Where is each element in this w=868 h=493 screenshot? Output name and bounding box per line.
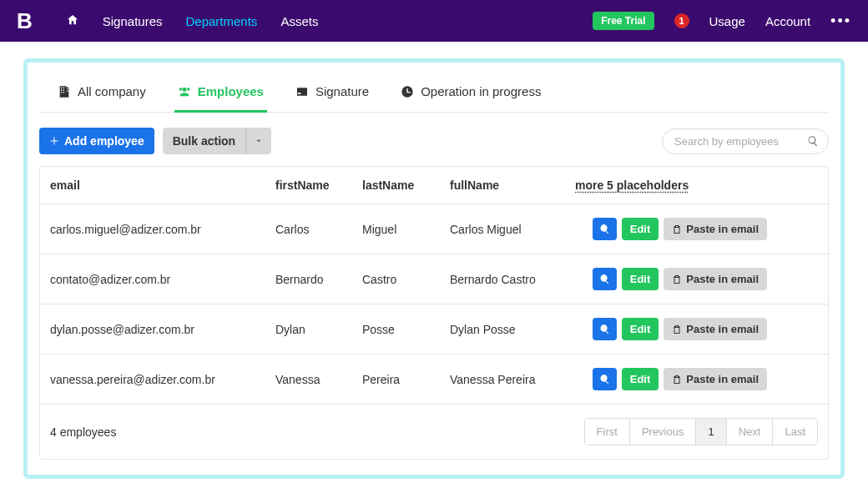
cell-fullname: Dylan Posse (450, 323, 575, 336)
cell-email: contato@adizer.com.br (50, 273, 275, 286)
table-row: vanessa.pereira@adizer.com.br Vanessa Pe… (40, 355, 828, 405)
bulk-action-button[interactable]: Bulk action (163, 128, 245, 154)
search-icon (807, 135, 819, 147)
cell-lastname: Miguel (362, 223, 450, 236)
col-fullname: fullName (450, 179, 575, 192)
paste-button[interactable]: Paste in email (664, 318, 767, 340)
table-row: dylan.posse@adizer.com.br Dylan Posse Dy… (40, 304, 828, 355)
button-label: Paste in email (686, 323, 759, 335)
col-firstname: firstName (275, 179, 362, 192)
paste-icon (672, 324, 682, 335)
nav-departments[interactable]: Departments (186, 14, 258, 28)
paste-icon (672, 375, 682, 385)
tab-label: Operation in progress (421, 84, 541, 98)
cell-lastname: Castro (362, 273, 450, 286)
row-actions: Edit Paste in email (575, 368, 767, 390)
cell-fullname: Bernardo Castro (450, 273, 575, 286)
tab-bar: All company Employees Signature Operatio… (39, 74, 829, 113)
cell-firstname: Vanessa (275, 373, 362, 386)
actions-row: Add employee Bulk action (39, 128, 829, 154)
edit-button[interactable]: Edit (622, 218, 659, 240)
cell-email: dylan.posse@adizer.com.br (50, 323, 275, 336)
logo[interactable]: B (17, 8, 33, 34)
pagination: First Previous 1 Next Last (584, 418, 818, 445)
users-icon (178, 85, 191, 98)
paste-icon (672, 274, 682, 284)
tab-signature[interactable]: Signature (292, 78, 372, 113)
edit-button[interactable]: Edit (622, 318, 659, 340)
cell-fullname: Vanessa Pereira (450, 373, 575, 386)
button-label: Paste in email (686, 223, 759, 235)
id-card-icon (295, 85, 309, 98)
page-first[interactable]: First (585, 419, 630, 445)
page-current[interactable]: 1 (696, 419, 726, 445)
free-trial-badge[interactable]: Free Trial (593, 12, 654, 30)
nav-signatures[interactable]: Signatures (103, 14, 163, 28)
building-icon (58, 85, 71, 98)
zoom-icon (599, 224, 610, 234)
button-label: Paste in email (686, 373, 759, 385)
row-actions: Edit Paste in email (575, 268, 767, 290)
view-button[interactable] (593, 218, 617, 240)
table-header: email firstName lastName fullName more 5… (40, 167, 828, 204)
cell-firstname: Dylan (275, 323, 362, 336)
cell-email: vanessa.pereira@adizer.com.br (50, 373, 275, 386)
cell-lastname: Posse (362, 323, 450, 336)
nav-assets[interactable]: Assets (280, 14, 318, 28)
caret-down-icon (255, 137, 263, 145)
view-button[interactable] (593, 318, 617, 340)
bulk-action-group: Bulk action (163, 128, 271, 154)
paste-button[interactable]: Paste in email (664, 368, 767, 390)
search-box (662, 128, 829, 154)
notification-badge[interactable]: 1 (674, 13, 689, 28)
tab-label: All company (78, 84, 146, 98)
tab-label: Employees (198, 84, 264, 98)
table-footer: 4 employees First Previous 1 Next Last (40, 405, 828, 459)
col-email: email (50, 179, 275, 192)
nav-home[interactable] (66, 13, 79, 29)
col-lastname: lastName (362, 179, 450, 192)
top-navbar: B Signatures Departments Assets Free Tri… (0, 0, 868, 42)
main-panel: All company Employees Signature Operatio… (23, 58, 845, 479)
page-previous[interactable]: Previous (630, 419, 697, 445)
table-body: carlos.miguel@adizer.com.br Carlos Migue… (40, 204, 828, 405)
nav-usage[interactable]: Usage (709, 14, 745, 28)
button-label: Add employee (64, 134, 144, 148)
table-row: carlos.miguel@adizer.com.br Carlos Migue… (40, 204, 828, 254)
edit-button[interactable]: Edit (622, 368, 659, 390)
cell-firstname: Carlos (275, 223, 362, 236)
view-button[interactable] (593, 368, 617, 390)
zoom-icon (599, 274, 610, 284)
search-input[interactable] (662, 128, 829, 154)
paste-button[interactable]: Paste in email (664, 218, 767, 240)
tab-all-company[interactable]: All company (54, 78, 149, 113)
edit-button[interactable]: Edit (622, 268, 659, 290)
home-icon (66, 13, 79, 27)
paste-button[interactable]: Paste in email (664, 268, 767, 290)
paste-icon (672, 224, 682, 234)
nav-account[interactable]: Account (765, 14, 810, 28)
nav-right: Free Trial 1 Usage Account ••• (593, 12, 851, 30)
view-button[interactable] (593, 268, 617, 290)
tab-employees[interactable]: Employees (174, 78, 267, 113)
row-actions: Edit Paste in email (575, 318, 767, 340)
cell-lastname: Pereira (362, 373, 450, 386)
button-label: Paste in email (686, 273, 759, 285)
nav-left: Signatures Departments Assets (66, 13, 319, 29)
page-next[interactable]: Next (727, 419, 774, 445)
employee-count: 4 employees (50, 425, 116, 439)
cell-email: carlos.miguel@adizer.com.br (50, 223, 275, 236)
zoom-icon (599, 374, 610, 385)
cell-firstname: Bernardo (275, 273, 362, 286)
tab-label: Signature (315, 84, 369, 98)
more-menu-icon[interactable]: ••• (830, 13, 851, 30)
page-last[interactable]: Last (773, 419, 817, 445)
bulk-action-dropdown[interactable] (245, 128, 271, 154)
tab-operation[interactable]: Operation in progress (397, 78, 544, 113)
table-row: contato@adizer.com.br Bernardo Castro Be… (40, 254, 828, 304)
cell-fullname: Carlos Miguel (450, 223, 575, 236)
col-more-placeholders[interactable]: more 5 placeholders (575, 179, 818, 192)
add-employee-button[interactable]: Add employee (39, 128, 154, 154)
clock-icon (401, 85, 414, 98)
row-actions: Edit Paste in email (575, 218, 767, 240)
